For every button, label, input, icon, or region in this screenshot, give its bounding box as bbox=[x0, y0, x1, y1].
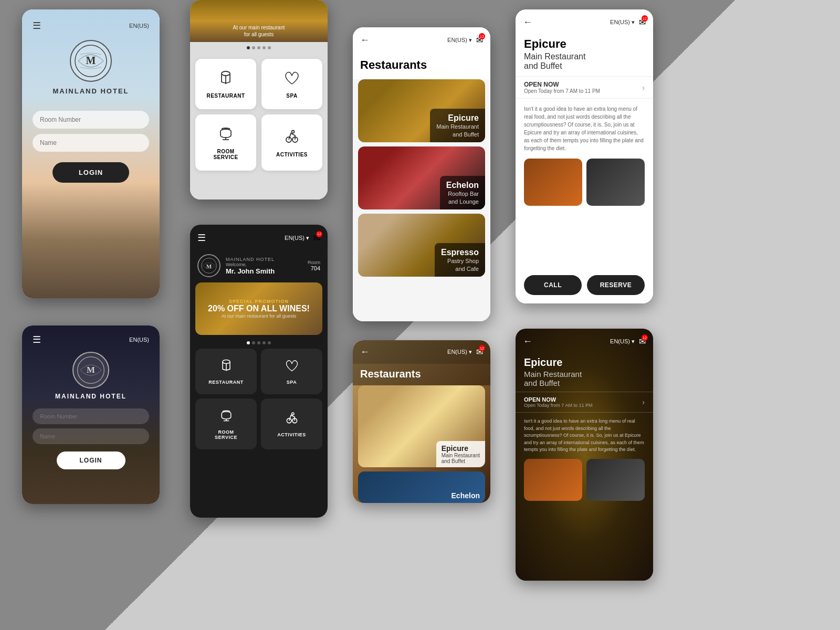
rest-card-echelon-light[interactable]: Echelon Rooftop Barand Lounge bbox=[358, 146, 485, 209]
service-roomservice-dark[interactable]: ROOMSERVICE bbox=[195, 398, 257, 449]
open-row-light[interactable]: OPEN NOW Open Today from 7 AM to 11 PM › bbox=[516, 76, 653, 99]
spa-icon-dark bbox=[285, 358, 299, 376]
service-activities-light[interactable]: ACTIVITIES bbox=[261, 114, 322, 171]
hotel-name: MAINLAND HOTEL bbox=[53, 87, 129, 95]
open-row-dark[interactable]: OPEN NOW Open Today from 7 AM to 11 PM › bbox=[516, 392, 653, 413]
service-spa-light[interactable]: SPA bbox=[261, 59, 322, 109]
chevron-icon-light: › bbox=[642, 83, 645, 92]
restaurants-notification-dark[interactable]: ✉ 12 bbox=[476, 347, 483, 357]
epicure-sub-dark: Main Restaurantand Buffet bbox=[442, 453, 480, 464]
svg-point-13 bbox=[223, 360, 230, 364]
hotel-logo: M bbox=[70, 40, 112, 82]
activities-label-light: ACTIVITIES bbox=[276, 152, 308, 158]
food-photos-light bbox=[516, 159, 653, 212]
room-number: 704 bbox=[308, 265, 320, 271]
action-buttons-light: CALL RESERVE bbox=[516, 275, 653, 303]
hotel-logo-dark-svg: M bbox=[77, 356, 105, 384]
dashboard-screen: ☰ EN(US) ▾ ✉ 12 M MAINLAND HOTEL bbox=[190, 225, 328, 518]
name-input-dark[interactable] bbox=[33, 428, 149, 444]
epicure-sub-light: Main Restaurantand Buffet bbox=[436, 123, 479, 138]
promo-offer: 20% OFF ON ALL WINES! bbox=[208, 304, 310, 313]
promo-title: SPECIAL PROMOTION bbox=[229, 299, 289, 304]
activities-icon-dark bbox=[285, 411, 299, 429]
reserve-button-light[interactable]: RESERVE bbox=[587, 275, 645, 295]
description-dark: Isn't it a good idea to have an extra lo… bbox=[516, 413, 653, 459]
activities-label-dark: ACTIVITIES bbox=[277, 432, 306, 437]
roomservice-label-light: ROOMSERVICE bbox=[213, 149, 238, 160]
room-label: Room bbox=[308, 260, 320, 265]
services-grid-light: RESTAURANT SPA bbox=[190, 54, 328, 176]
notif-badge-detail-light: 12 bbox=[642, 15, 648, 22]
epicure-name-overlay-light: Epicure Main Restaurantand Buffet bbox=[430, 109, 485, 142]
food-photo-2-dark bbox=[586, 459, 645, 501]
description-light: Isn't it a good idea to have an extra lo… bbox=[516, 99, 653, 159]
detail-subtitle-light: Main Restaurant and Buffet bbox=[516, 52, 653, 76]
restaurants-notification-light[interactable]: ✉ 12 bbox=[476, 35, 483, 45]
food-photo-2-light bbox=[586, 159, 645, 206]
open-hours-dark: Open Today from 7 AM to 11 PM bbox=[524, 403, 592, 408]
food-photo-1-dark bbox=[524, 459, 582, 501]
detail-lang-light[interactable]: EN(US) ▾ bbox=[610, 19, 635, 26]
name-input[interactable] bbox=[33, 134, 149, 152]
logo-svg-dashboard: M bbox=[201, 257, 217, 274]
hotel-logo-dark: M bbox=[72, 352, 109, 388]
svg-point-4 bbox=[222, 71, 230, 76]
room-number-input-dark[interactable] bbox=[33, 408, 149, 424]
hamburger-menu-icon[interactable]: ☰ bbox=[33, 20, 41, 32]
notif-badge-detail-dark: 12 bbox=[642, 334, 648, 341]
epicure-name-dark: Epicure bbox=[442, 444, 480, 453]
notif-badge-restaurants-dark: 12 bbox=[479, 345, 485, 351]
detail-lang-dark[interactable]: EN(US) ▾ bbox=[610, 338, 635, 345]
rest-card-epicure-dark[interactable]: Epicure Main Restaurantand Buffet bbox=[358, 385, 485, 467]
activities-icon bbox=[284, 128, 300, 149]
service-roomservice-light[interactable]: ROOMSERVICE bbox=[195, 114, 256, 171]
dashboard-lang[interactable]: EN(US) ▾ bbox=[285, 235, 309, 242]
rest-card-epicure-light[interactable]: Epicure Main Restaurantand Buffet bbox=[358, 79, 485, 142]
restaurant-icon-dark bbox=[219, 358, 234, 376]
svg-point-19 bbox=[291, 413, 293, 415]
restaurant-list-light: Epicure Main Restaurantand Buffet Echelo… bbox=[353, 79, 490, 282]
restaurants-lang-dark[interactable]: EN(US) ▾ bbox=[447, 349, 472, 355]
rest-card-echelon-dark[interactable]: Echelon bbox=[358, 471, 485, 503]
detail-notification-dark[interactable]: ✉ 12 bbox=[639, 337, 646, 346]
espresso-name-light: Espresso bbox=[441, 247, 479, 257]
svg-text:M: M bbox=[86, 55, 96, 66]
login-button[interactable]: LOGIN bbox=[52, 162, 129, 183]
restaurant-label-light: RESTAURANT bbox=[206, 93, 245, 99]
chevron-icon-dark: › bbox=[642, 398, 645, 406]
espresso-sub-light: Pastry Shopand Cafe bbox=[441, 257, 479, 272]
restaurant-label-dark: RESTAURANT bbox=[208, 380, 243, 385]
login-screen-light: ☰ EN(US) M MAINLAND HOTEL LOGIN bbox=[22, 9, 160, 298]
detail-notification-light[interactable]: ✉ 12 bbox=[639, 17, 646, 27]
call-button-light[interactable]: CALL bbox=[524, 275, 582, 295]
epicure-name-light: Epicure bbox=[436, 113, 479, 123]
service-spa-dark[interactable]: SPA bbox=[261, 349, 322, 394]
roomservice-icon bbox=[217, 125, 234, 145]
language-selector[interactable]: EN(US) bbox=[129, 23, 149, 29]
detail-screen-dark: ← EN(US) ▾ ✉ 12 Epicure Main Restaurant … bbox=[516, 329, 653, 581]
user-info: MAINLAND HOTEL Welcome, Mr. John Smith bbox=[226, 257, 302, 275]
restaurants-lang-light[interactable]: EN(US) ▾ bbox=[447, 37, 472, 44]
rest-card-espresso-light[interactable]: Espresso Pastry Shopand Cafe bbox=[358, 214, 485, 277]
login-button-dark[interactable]: LOGIN bbox=[57, 452, 125, 469]
room-number-input[interactable] bbox=[33, 111, 149, 129]
open-hours-light: Open Today from 7 AM to 11 PM bbox=[524, 88, 600, 94]
service-activities-dark[interactable]: ACTIVITIES bbox=[261, 398, 322, 449]
language-selector-dark[interactable]: EN(US) bbox=[129, 337, 149, 343]
dashboard-notification[interactable]: ✉ 12 bbox=[313, 233, 320, 243]
back-button-restaurants-light[interactable]: ← bbox=[360, 35, 370, 46]
back-button-restaurants-dark[interactable]: ← bbox=[360, 346, 370, 358]
restaurants-title-dark: Restaurants bbox=[353, 364, 490, 385]
svg-point-10 bbox=[292, 130, 295, 133]
dashboard-hamburger[interactable]: ☰ bbox=[197, 232, 206, 244]
food-photos-dark bbox=[516, 459, 653, 507]
service-restaurant-dark[interactable]: RESTAURANT bbox=[195, 349, 257, 394]
back-button-detail-dark[interactable]: ← bbox=[523, 336, 532, 347]
back-button-detail-light[interactable]: ← bbox=[523, 17, 532, 28]
hamburger-menu-icon-dark[interactable]: ☰ bbox=[33, 334, 41, 345]
epicure-name-overlay-dark: Epicure Main Restaurantand Buffet bbox=[436, 441, 485, 467]
echelon-name-light: Echelon bbox=[446, 180, 479, 190]
roomservice-label-dark: ROOMSERVICE bbox=[215, 429, 237, 440]
service-restaurant-light[interactable]: RESTAURANT bbox=[195, 59, 256, 109]
restaurants-screen-light: ← EN(US) ▾ ✉ 12 Restaurants Epicure Main… bbox=[353, 27, 490, 321]
